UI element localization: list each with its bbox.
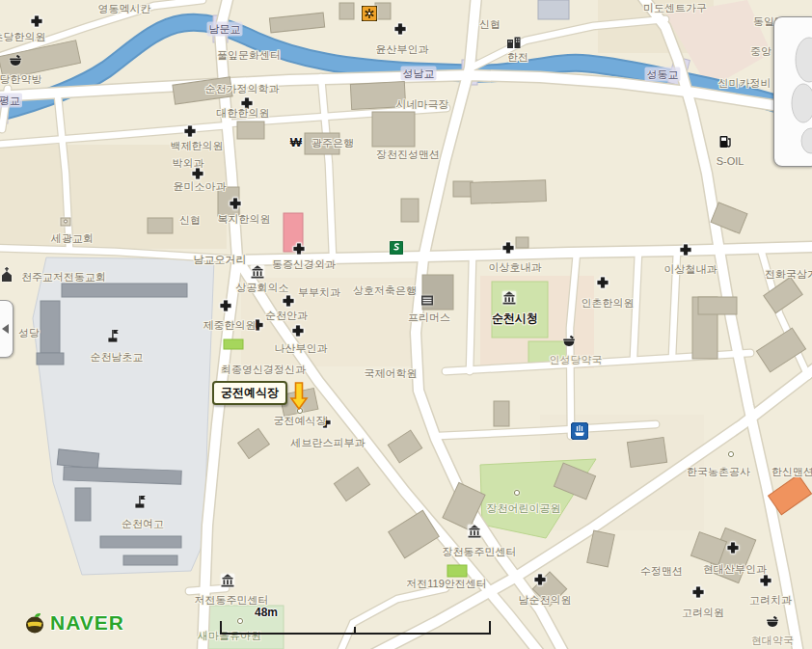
- poi-label[interactable]: 순천안과: [265, 309, 308, 323]
- poi-label[interactable]: 현대산부인과: [703, 562, 767, 577]
- poi-label[interactable]: 중앙: [750, 44, 771, 59]
- hospital-cross-icon: [393, 22, 407, 36]
- hospital-cross-icon: [282, 294, 295, 308]
- pharmacy-mortar-icon: [766, 615, 780, 630]
- selected-place-marker-icon[interactable]: [289, 381, 309, 410]
- hospital-cross-icon: [501, 241, 515, 255]
- poi-label[interactable]: 상호저축은행: [353, 284, 417, 298]
- poi-label[interactable]: 이상호내과: [489, 260, 542, 275]
- poi-label[interactable]: 백제한의원: [171, 139, 224, 153]
- poi-label[interactable]: 인성당약국: [550, 353, 603, 367]
- poi-label[interactable]: 남순천의원: [519, 593, 572, 608]
- poi-label[interactable]: 장천어린이공원: [487, 501, 561, 516]
- poi-label[interactable]: 전화국삼거리: [765, 267, 812, 282]
- poi-label[interactable]: 프리머스: [408, 311, 450, 325]
- poi-label[interactable]: 윤산부인과: [376, 42, 429, 57]
- government-building-icon: [221, 574, 235, 588]
- poi-label[interactable]: 세광교회: [51, 231, 94, 246]
- government-building-icon: [502, 291, 517, 306]
- poi-label[interactable]: 고려치과: [749, 593, 792, 608]
- poi-label[interactable]: 현대약국: [751, 634, 794, 648]
- asterisk-landmark-icon: [362, 6, 377, 21]
- poi-label[interactable]: 한국농촌공사: [687, 465, 750, 479]
- poi-label[interactable]: 풀잎문화센터: [217, 48, 281, 63]
- poi-label[interactable]: 순천남초교: [91, 350, 144, 365]
- poi-label[interactable]: 초당한약방: [0, 72, 42, 87]
- poi-label[interactable]: 제중한의원: [203, 318, 257, 333]
- map-canvas[interactable]: 영동멕시칸남문교미도센트가구동일맨션신협풀잎문화센터윤산부인과한전성남교중앙성동…: [0, 0, 812, 649]
- poi-label[interactable]: 순천시청: [492, 311, 538, 327]
- poi-label[interactable]: 대한한의원: [217, 106, 270, 121]
- poi-label[interactable]: 신협: [179, 213, 201, 228]
- poi-label[interactable]: 상공회의소: [236, 281, 289, 295]
- poi-label[interactable]: 장천진성맨션: [376, 148, 440, 162]
- poi-label[interactable]: 성동교: [645, 68, 681, 82]
- twin-buildings-icon: [506, 36, 522, 49]
- poi-label[interactable]: 남문교: [207, 22, 243, 37]
- poi-label[interactable]: S-OIL: [717, 155, 744, 167]
- poi-label[interactable]: 고려의원: [682, 606, 724, 620]
- school-flag-icon: [132, 495, 148, 510]
- school-flag-icon: [105, 329, 121, 344]
- hospital-cross-icon: [183, 124, 197, 138]
- poi-label[interactable]: 신협: [479, 17, 501, 32]
- poi-label[interactable]: 성당: [18, 326, 40, 340]
- poi-label[interactable]: 이상철내과: [664, 262, 717, 277]
- won-bank-icon: ₩: [290, 135, 302, 149]
- poi-label[interactable]: 나산부인과: [275, 341, 328, 356]
- scale-bar: 48m: [220, 606, 494, 638]
- public-bath-icon: [571, 422, 588, 440]
- poi-label[interactable]: 박외과: [173, 156, 204, 171]
- poi-label[interactable]: 광주은행: [311, 136, 354, 150]
- scale-bar-label: 48m: [255, 606, 278, 619]
- naver-mascot-icon: [23, 611, 46, 635]
- poi-label[interactable]: 순천여고: [122, 517, 164, 531]
- place-dot-icon: [728, 451, 735, 458]
- poi-label[interactable]: 세브란스피부과: [291, 436, 365, 450]
- poi-label[interactable]: 부부치과: [298, 285, 340, 300]
- poi-label[interactable]: 국제어학원: [365, 366, 418, 381]
- poi-label[interactable]: 윤미소아과: [174, 179, 227, 194]
- poi-label[interactable]: 수정맨션: [640, 564, 683, 579]
- overview-minimap[interactable]: [773, 16, 812, 167]
- panel-collapse-toggle[interactable]: [0, 300, 14, 358]
- church-small-icon: [60, 215, 71, 227]
- savings-bank-icon: [390, 241, 403, 255]
- poi-label[interactable]: 동증신경외과: [272, 257, 336, 272]
- hospital-cross-icon: [691, 585, 705, 599]
- poi-label[interactable]: 성남교: [401, 67, 437, 81]
- naver-logo-text: NAVER: [50, 611, 124, 635]
- poi-label[interactable]: 순천가정의학과: [205, 82, 280, 96]
- chevron-left-icon: [2, 324, 9, 334]
- poi-label[interactable]: 저전119안전센터: [406, 577, 487, 591]
- selected-place-callout[interactable]: 궁전예식장: [212, 381, 287, 405]
- poi-label[interactable]: 한신맨션: [771, 465, 812, 479]
- hospital-cross-icon: [679, 243, 692, 257]
- poi-label[interactable]: 신미카정비: [718, 76, 771, 91]
- hospital-cross-icon: [533, 573, 547, 586]
- hospital-cross-icon: [219, 299, 232, 312]
- hospital-cross-icon: [291, 324, 305, 338]
- poi-label[interactable]: 인촌한의원: [582, 296, 635, 311]
- poi-label[interactable]: 평교: [0, 94, 22, 108]
- government-building-icon: [251, 265, 265, 280]
- poi-label[interactable]: 미도센트가구: [643, 1, 707, 15]
- poi-label[interactable]: 초당한의원: [0, 30, 46, 44]
- gas-station-icon: [717, 134, 733, 149]
- hospital-cross-icon: [292, 242, 306, 256]
- poi-label[interactable]: 영동멕시칸: [98, 2, 151, 16]
- church-icon: [0, 267, 14, 283]
- government-building-icon: [468, 525, 482, 539]
- poi-label[interactable]: 궁전예식장: [274, 414, 327, 428]
- poi-label[interactable]: 천주교저전동교회: [21, 270, 106, 284]
- place-dot-icon: [514, 490, 521, 497]
- pharmacy-mortar-icon: [562, 335, 577, 349]
- poi-label[interactable]: 복지한의원: [218, 212, 271, 227]
- poi-label[interactable]: 장천동주민센터: [443, 545, 517, 559]
- hospital-cross-icon: [30, 14, 43, 28]
- poi-label[interactable]: 한전: [507, 50, 528, 65]
- poi-label[interactable]: 최종영신경정신과: [221, 363, 306, 377]
- poi-label[interactable]: 남교오거리: [194, 253, 247, 267]
- poi-label[interactable]: 시네마극장: [396, 97, 449, 112]
- theater-building-icon: [420, 293, 435, 308]
